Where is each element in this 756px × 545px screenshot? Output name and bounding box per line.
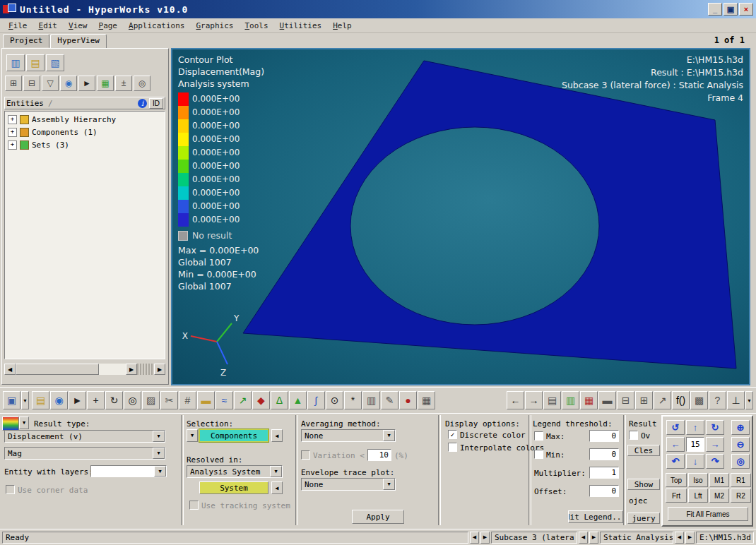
resolved-in-select[interactable]: Analysis System ▼	[187, 465, 283, 478]
tensor-plot-icon[interactable]: ◆	[252, 391, 270, 409]
globe-icon[interactable]: ◉	[50, 391, 68, 409]
select-arrow-icon[interactable]: ►	[69, 391, 86, 409]
panel-expand-button[interactable]: ▶	[154, 364, 165, 375]
menu-file[interactable]: File	[4, 20, 32, 32]
file-next-button[interactable]: ▶	[685, 532, 695, 544]
minimize-button[interactable]: _	[708, 3, 722, 16]
pan-up-button[interactable]: ↑	[686, 420, 704, 435]
layout-split-icon[interactable]: ⊟	[617, 391, 634, 409]
show-button[interactable]: Show	[627, 479, 660, 490]
chevron-down-icon[interactable]: ▼	[270, 466, 282, 477]
variation-checkbox[interactable]	[301, 450, 310, 460]
view-iso-button[interactable]: Iso	[688, 473, 708, 487]
tree-item-assembly-hierarchy[interactable]: + Assembly Hierarchy	[6, 113, 163, 126]
offset-input[interactable]	[589, 485, 619, 497]
previous-page-icon[interactable]: ←	[507, 391, 524, 409]
tree-expander-icon[interactable]: +	[8, 140, 17, 150]
delete-page-icon[interactable]: ▦	[580, 391, 598, 409]
legend-max-input[interactable]	[589, 430, 619, 442]
layers-select[interactable]: ▼	[90, 465, 167, 477]
rotate-angle-input[interactable]	[686, 437, 704, 452]
menu-edit[interactable]: Edit	[35, 20, 62, 32]
video-capture-icon[interactable]: ▦	[418, 391, 435, 409]
tree-item-sets[interactable]: + Sets (3)	[6, 138, 163, 151]
menu-applications[interactable]: Applications	[124, 20, 189, 32]
show-hide-icon[interactable]: ±	[115, 76, 132, 91]
layout-single-icon[interactable]: ▬	[598, 391, 616, 409]
exploded-view-icon[interactable]: *	[344, 391, 362, 409]
open-session-icon[interactable]: ▤	[32, 391, 49, 409]
loadcase-prev-button[interactable]: ◀	[579, 532, 588, 544]
measure-icon[interactable]: #	[179, 391, 196, 409]
view-m1-button[interactable]: M1	[709, 473, 729, 487]
tracking-system-checkbox[interactable]	[189, 501, 199, 510]
section-cut-icon[interactable]: ✂	[160, 391, 178, 409]
subcase-next-button[interactable]: ▶	[480, 532, 490, 544]
legend-max-checkbox[interactable]	[534, 431, 543, 441]
tracking-system-icon[interactable]: ⊙	[326, 391, 343, 409]
extended-selection-icon[interactable]: ◀	[271, 481, 283, 494]
vector-plot-icon[interactable]: ↗	[234, 391, 252, 409]
subcase-indicator[interactable]: Subcase 3 (latera	[491, 532, 577, 544]
info-icon[interactable]: i	[138, 99, 147, 108]
interpolate-colors-checkbox[interactable]	[448, 443, 457, 452]
analysis-type-indicator[interactable]: Static Analysis	[600, 532, 673, 544]
panel-chooser-dropdown[interactable]: ▼	[19, 417, 29, 429]
view-m2-button[interactable]: M2	[709, 489, 729, 503]
grid-select-icon[interactable]: ▦	[97, 76, 114, 91]
edit-legend-button[interactable]: dit Legend...	[568, 510, 623, 523]
menu-tools[interactable]: Tools	[240, 20, 272, 32]
view-top-button[interactable]: Top	[666, 473, 687, 487]
tree-expander-icon[interactable]: +	[8, 128, 17, 137]
fit-view-button[interactable]: ◎	[731, 454, 750, 469]
averaging-method-select[interactable]: None ▼	[301, 429, 396, 442]
zoom-in-button[interactable]: ⊕	[731, 420, 750, 435]
note-icon[interactable]: ▬	[197, 391, 215, 409]
iso-surface-icon[interactable]: ▲	[289, 391, 307, 409]
legend-min-checkbox[interactable]	[534, 450, 543, 459]
deformed-shape-icon[interactable]: Δ	[271, 391, 288, 409]
layout-grid-icon[interactable]: ⊞	[635, 391, 653, 409]
chevron-down-icon[interactable]: ▼	[153, 431, 165, 442]
multiplier-input[interactable]	[589, 467, 619, 479]
pan-down-button[interactable]: ↓	[686, 454, 704, 469]
axes-toggle-dropdown[interactable]: ▼	[745, 391, 753, 409]
view-left-button[interactable]: Lft	[688, 489, 708, 503]
corner-data-checkbox[interactable]	[6, 485, 15, 494]
subcase-prev-button[interactable]: ◀	[470, 532, 479, 544]
view-front-button[interactable]: Frt	[666, 489, 687, 503]
capture-image-icon[interactable]: ●	[399, 391, 417, 409]
pan-right-button[interactable]: →	[706, 437, 724, 452]
apply-button[interactable]: Apply	[352, 510, 404, 524]
next-page-icon[interactable]: →	[525, 391, 543, 409]
pointer-icon[interactable]: ►	[78, 76, 95, 91]
query-icon[interactable]: ?	[709, 391, 726, 409]
components-collector-button[interactable]: Components	[199, 429, 268, 442]
result-type-select[interactable]: Displacement (v) ▼	[4, 430, 165, 443]
discrete-color-checkbox[interactable]: ✓	[448, 430, 457, 439]
tree-filter-icon[interactable]: ▽	[42, 76, 59, 91]
zoom-area-icon[interactable]: ◎	[124, 391, 141, 409]
pan-icon[interactable]: +	[87, 391, 105, 409]
contour-panel-icon[interactable]	[2, 417, 19, 431]
render-style-icon[interactable]: ▩	[690, 391, 708, 409]
view-r2-button[interactable]: R2	[731, 489, 751, 503]
annotation-icon[interactable]: ✎	[381, 391, 398, 409]
contour-icon[interactable]: ≈	[215, 391, 233, 409]
scroll-left-button[interactable]: ◀	[4, 364, 16, 375]
isolate-entity-icon[interactable]: ◎	[134, 76, 150, 91]
tree-item-components[interactable]: + Components (1)	[6, 126, 163, 138]
menu-help[interactable]: Help	[329, 20, 356, 32]
sphere-display-icon[interactable]: ◉	[60, 76, 77, 91]
id-button[interactable]: ID	[149, 98, 163, 109]
restore-button[interactable]: ▣	[723, 3, 738, 16]
envelope-select[interactable]: None ▼	[301, 478, 396, 491]
rotate-left-button[interactable]: ↺	[666, 420, 685, 435]
chevron-down-icon[interactable]: ▼	[153, 448, 165, 459]
close-button[interactable]: ×	[739, 3, 753, 16]
tilt-left-button[interactable]: ↶	[666, 454, 685, 469]
tab-hyperview[interactable]: HyperView	[50, 34, 107, 49]
expand-window-icon[interactable]: ↗	[654, 391, 671, 409]
file-prev-button[interactable]: ◀	[675, 532, 684, 544]
menu-utilities[interactable]: Utilities	[276, 20, 326, 32]
